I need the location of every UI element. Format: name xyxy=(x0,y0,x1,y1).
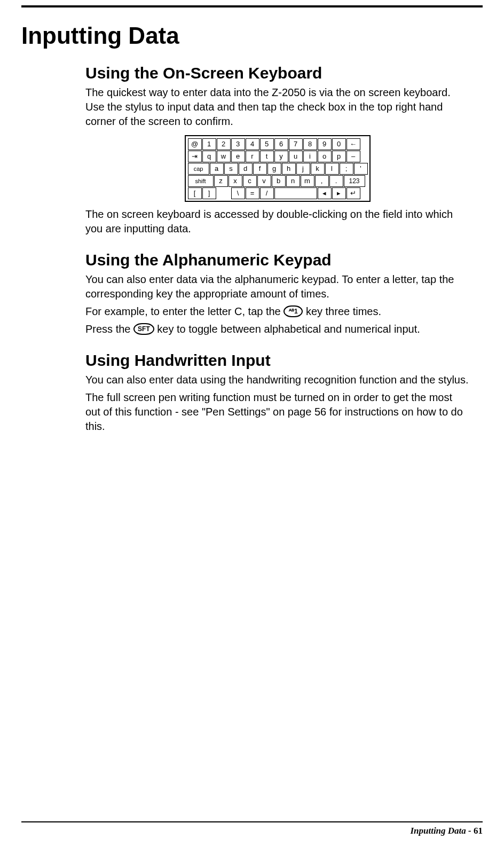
heading-onscreen: Using the On-Screen Keyboard xyxy=(85,64,470,82)
footer-text: Inputting Data - 61 xyxy=(21,826,483,836)
kb-gap xyxy=(217,187,231,199)
kb-key: @ xyxy=(188,138,202,150)
kb-key: h xyxy=(282,163,296,175)
kb-key: n xyxy=(286,175,300,187)
kb-key: [ xyxy=(188,187,202,199)
heading-hand: Using Handwritten Input xyxy=(85,351,470,370)
kb-key-shift: shift xyxy=(188,175,214,187)
kb-key: l xyxy=(325,163,339,175)
kb-key: 3 xyxy=(231,138,245,150)
kb-key: b xyxy=(272,175,286,187)
kb-key: . xyxy=(329,175,343,187)
para-hand-1: You can also enter data using the handwr… xyxy=(85,373,470,387)
kb-key-left: ◂ xyxy=(318,187,332,199)
kb-key-space xyxy=(274,187,317,199)
kb-key: p xyxy=(332,151,346,162)
footer-section: Inputting Data xyxy=(410,826,466,836)
kb-key: g xyxy=(267,163,281,175)
para-onscreen-1: The quickest way to enter data into the … xyxy=(85,85,470,129)
kb-key: q xyxy=(202,151,216,162)
kb-key: d xyxy=(239,163,253,175)
kb-key: 2 xyxy=(217,138,231,150)
kb-key: s xyxy=(224,163,238,175)
text: key to toggle between alphabetical and n… xyxy=(157,323,420,335)
kb-key: 9 xyxy=(318,138,332,150)
kb-key: t xyxy=(260,151,274,162)
kb-key: m xyxy=(301,175,314,187)
text: key three times. xyxy=(306,305,381,317)
para-keypad-2: For example, to enter the letter C, tap … xyxy=(85,304,470,319)
kb-key-right: ▸ xyxy=(332,187,346,199)
kb-key: 4 xyxy=(246,138,259,150)
abc1-key-icon: ᴬᴮ1 xyxy=(284,305,303,317)
kb-key: / xyxy=(260,187,274,199)
kb-key: ] xyxy=(202,187,216,199)
kb-key: \ xyxy=(231,187,245,199)
kb-key: , xyxy=(315,175,329,187)
kb-key: 1 xyxy=(202,138,216,150)
kb-key: 6 xyxy=(274,138,288,150)
para-hand-2: The full screen pen writing function mus… xyxy=(85,390,470,434)
kb-key: ; xyxy=(340,163,353,175)
kb-key-enter: ↵ xyxy=(346,187,360,199)
kb-key: y xyxy=(274,151,288,162)
text: Press the xyxy=(85,323,133,335)
kb-row-1: @ 1 2 3 4 5 6 7 8 9 0 ← xyxy=(187,138,368,150)
kb-key-123: 123 xyxy=(344,175,365,187)
kb-key: r xyxy=(246,151,259,162)
page-title: Inputting Data xyxy=(21,22,483,49)
kb-key: x xyxy=(229,175,242,187)
kb-key: o xyxy=(318,151,332,162)
heading-keypad: Using the Alphanumeric Keypad xyxy=(85,251,470,269)
kb-key: i xyxy=(303,151,317,162)
kb-key: j xyxy=(296,163,310,175)
kb-key: = xyxy=(246,187,259,199)
kb-key: f xyxy=(253,163,267,175)
sft-key-icon: SFT xyxy=(133,323,154,335)
kb-key: w xyxy=(217,151,231,162)
kb-key: c xyxy=(243,175,257,187)
kb-key: 5 xyxy=(260,138,274,150)
keyboard-grid: @ 1 2 3 4 5 6 7 8 9 0 ← ⇥ q w e xyxy=(185,135,371,202)
kb-row-3: cap a s d f g h j k l ; ' xyxy=(187,162,368,175)
kb-key: u xyxy=(289,151,303,162)
page-footer: Inputting Data - 61 xyxy=(21,821,483,836)
top-rule xyxy=(21,5,483,7)
kb-key: e xyxy=(231,151,245,162)
text: For example, to enter the letter C, tap … xyxy=(85,305,284,317)
kb-key: 8 xyxy=(303,138,317,150)
kb-row-2: ⇥ q w e r t y u i o p – xyxy=(187,150,368,162)
para-keypad-1: You can also enter data via the alphanum… xyxy=(85,272,470,301)
kb-key-backspace: ← xyxy=(346,138,360,150)
kb-key: ' xyxy=(354,163,368,175)
kb-key: 7 xyxy=(289,138,303,150)
para-onscreen-2: The on screen keyboard is accessed by do… xyxy=(85,207,470,236)
kb-key-cap: cap xyxy=(188,163,209,175)
onscreen-keyboard-figure: @ 1 2 3 4 5 6 7 8 9 0 ← ⇥ q w e xyxy=(85,135,470,202)
footer-page-number: 61 xyxy=(474,826,483,836)
kb-key: z xyxy=(214,175,228,187)
kb-key: 0 xyxy=(332,138,346,150)
kb-key-tab: ⇥ xyxy=(188,151,202,162)
kb-key: – xyxy=(346,151,360,162)
kb-key: v xyxy=(257,175,271,187)
kb-key: k xyxy=(311,163,325,175)
kb-row-4: shift z x c v b n m , . 123 xyxy=(187,175,368,187)
kb-row-5: [ ] \ = / ◂ ▸ ↵ xyxy=(187,187,368,199)
kb-key: a xyxy=(210,163,224,175)
para-keypad-3: Press the SFT key to toggle between alph… xyxy=(85,322,470,336)
footer-rule xyxy=(21,821,483,822)
